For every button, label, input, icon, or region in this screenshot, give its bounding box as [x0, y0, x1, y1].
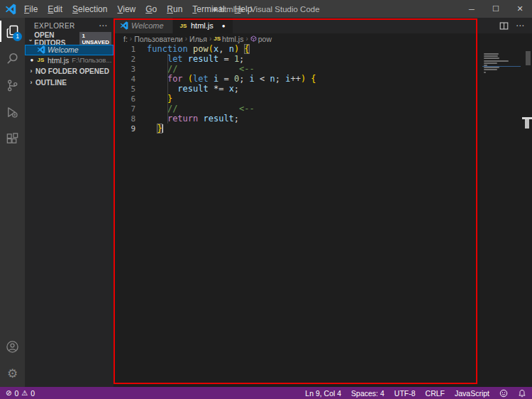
minimize-button[interactable]: ─: [460, 0, 484, 18]
code-line-1[interactable]: 1function pow(x, n) {: [113, 44, 532, 54]
breadcrumb-file[interactable]: JS html.js: [214, 35, 243, 43]
menu-help[interactable]: Help: [230, 2, 257, 16]
no-folder-label: NO FOLDER OPENED: [35, 67, 109, 75]
chevron-right-icon: ›: [185, 35, 187, 43]
overview-ruler-marker: [525, 119, 529, 129]
title-bar: File Edit Selection View Go Run Terminal…: [0, 0, 532, 18]
source-control-icon: [6, 79, 19, 92]
code-line-8[interactable]: 8 return result;: [113, 114, 532, 124]
tab-htmljs[interactable]: JS html.js ●: [173, 18, 233, 33]
vscode-logo-icon: [5, 4, 16, 15]
error-icon: ⊘: [6, 390, 11, 397]
sidebar-more-actions[interactable]: ⋯: [99, 21, 108, 31]
settings-gear-icon: ⚙: [7, 368, 18, 380]
indentation-status[interactable]: Spaces: 4: [351, 389, 384, 398]
error-count: 0: [14, 389, 18, 398]
activity-bar: 1: [0, 18, 25, 387]
settings-button[interactable]: ⚙: [0, 360, 25, 387]
search-icon: [6, 52, 19, 65]
line-number: 3: [113, 64, 135, 74]
open-editor-label: html.js: [48, 56, 69, 65]
feedback-smiley-icon[interactable]: [499, 389, 508, 398]
modified-dot-icon[interactable]: ●: [28, 57, 36, 63]
vscode-logo-icon: [119, 21, 128, 31]
code-line-9[interactable]: 9 }: [113, 124, 532, 133]
editor-more-actions-icon[interactable]: ⋯: [516, 21, 525, 31]
scrollbar-slider[interactable]: [526, 51, 531, 65]
warning-count: 0: [31, 389, 35, 398]
run-debug-icon: [6, 106, 19, 119]
activity-search-button[interactable]: [0, 45, 25, 72]
menu-file[interactable]: File: [19, 2, 43, 16]
chevron-right-icon: ›: [209, 35, 211, 43]
status-bar: ⊘ 0 ⚠ 0 Ln 9, Col 4 Spaces: 4 UTF-8 CRLF…: [0, 387, 532, 399]
cursor-position-status[interactable]: Ln 9, Col 4: [305, 389, 341, 398]
chevron-right-icon: ›: [245, 35, 248, 43]
menu-run[interactable]: Run: [162, 2, 187, 16]
code-line-2[interactable]: 2 let result = 1;: [113, 54, 532, 64]
modified-dot-icon[interactable]: ●: [222, 23, 226, 29]
code-line-3[interactable]: 3 // <--: [113, 64, 532, 74]
code-editor[interactable]: 1function pow(x, n) {2 let result = 1;3 …: [113, 44, 532, 387]
method-symbol-icon: [250, 35, 257, 42]
notifications-bell-icon[interactable]: [518, 389, 526, 398]
menu-terminal[interactable]: Terminal: [187, 2, 229, 16]
chevron-right-icon: ›: [27, 79, 35, 86]
menu-edit[interactable]: Edit: [43, 2, 67, 16]
chevron-down-icon: ⌄: [27, 35, 34, 43]
code-line-6[interactable]: 6 }: [113, 94, 532, 104]
js-file-icon: JS: [179, 21, 188, 31]
chevron-right-icon: ›: [130, 35, 132, 43]
text-cursor: [162, 124, 164, 133]
open-editor-path: F:\Пользов...: [72, 56, 113, 64]
code-lines: 1function pow(x, n) {2 let result = 1;3 …: [113, 44, 532, 387]
explorer-sidebar: EXPLORER ⋯ ⌄ OPEN EDITORS 1 UNSAVED Welc…: [25, 18, 113, 387]
breadcrumb-drive[interactable]: f:: [123, 35, 128, 43]
no-folder-section-header[interactable]: › NO FOLDER OPENED: [25, 65, 113, 77]
breadcrumb-folder[interactable]: Илья: [189, 35, 207, 43]
open-editor-item-welcome[interactable]: Welcome: [25, 45, 113, 55]
code-line-7[interactable]: 7 // <--: [113, 104, 532, 114]
line-number: 2: [113, 54, 135, 64]
account-icon: [6, 340, 19, 354]
breadcrumb-folder[interactable]: Пользователи: [134, 35, 183, 43]
activity-extensions-button[interactable]: [0, 126, 25, 153]
activity-explorer-button[interactable]: 1: [0, 18, 25, 45]
problems-status[interactable]: ⊘ 0 ⚠ 0: [6, 389, 35, 398]
line-number: 6: [113, 94, 135, 104]
minimap[interactable]: [482, 44, 523, 387]
maximize-button[interactable]: ☐: [484, 0, 508, 18]
line-number: 9: [113, 124, 135, 133]
outline-section-header[interactable]: › OUTLINE: [25, 77, 113, 88]
code-line-4[interactable]: 4 for (let i = 0; i < n; i++) {: [113, 74, 532, 84]
minimap-lines: [482, 44, 523, 73]
line-number: 1: [113, 44, 135, 54]
account-button[interactable]: [0, 333, 25, 360]
activity-run-debug-button[interactable]: [0, 99, 25, 126]
eol-status[interactable]: CRLF: [426, 389, 445, 398]
vscode-logo-icon: [36, 45, 45, 55]
chevron-right-icon: ›: [27, 67, 35, 75]
menu-view[interactable]: View: [112, 2, 140, 16]
js-file-icon: JS: [214, 35, 221, 42]
unsaved-badge: 1 UNSAVED: [79, 32, 111, 46]
explorer-badge: 1: [13, 32, 22, 41]
encoding-status[interactable]: UTF-8: [394, 389, 416, 398]
open-editors-section-header[interactable]: ⌄ OPEN EDITORS 1 UNSAVED: [25, 33, 113, 45]
menu-selection[interactable]: Selection: [67, 2, 112, 16]
language-mode-status[interactable]: JavaScript: [455, 389, 489, 398]
minimap-viewport-indicator: [482, 66, 521, 67]
vertical-scrollbar[interactable]: [523, 44, 532, 387]
editor-group: Welcome JS html.js ● ⋯: [113, 18, 532, 387]
breadcrumb-symbol[interactable]: pow: [250, 35, 272, 43]
split-editor-icon[interactable]: [499, 21, 509, 31]
menu-go[interactable]: Go: [140, 2, 162, 16]
close-button[interactable]: ✕: [508, 0, 532, 18]
open-editor-item-htmljs[interactable]: ● JS html.js F:\Пользов...: [25, 55, 113, 66]
activity-source-control-button[interactable]: [0, 72, 25, 99]
warning-icon: ⚠: [21, 390, 28, 397]
tab-welcome[interactable]: Welcome: [113, 18, 173, 33]
breadcrumb: f: › Пользователи › Илья › JS html.js › …: [113, 33, 532, 44]
code-line-5[interactable]: 5 result *= x;: [113, 84, 532, 94]
line-number: 4: [113, 74, 135, 84]
